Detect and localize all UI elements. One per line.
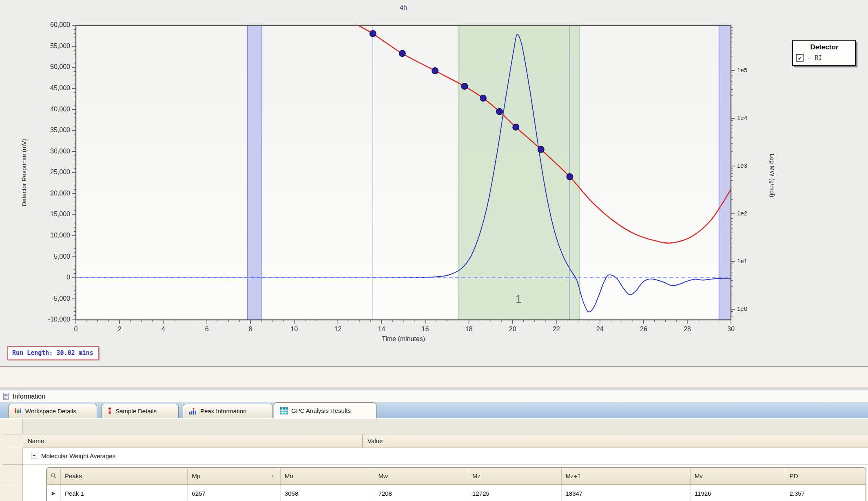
search-icon-cell[interactable] <box>47 468 61 484</box>
svg-text:15,000: 15,000 <box>50 211 70 217</box>
gpc-software-window: 4h160,00055,00050,00045,00040,00035,0003… <box>0 0 868 501</box>
svg-text:22: 22 <box>553 326 560 333</box>
calibration-point <box>513 124 519 130</box>
detector-legend: Detector ✔ - RI <box>792 40 856 66</box>
svg-text:12: 12 <box>334 326 342 333</box>
legend-item-ri[interactable]: ✔ - RI <box>796 54 852 62</box>
right-axis-title: Log MW (g/mol) <box>769 154 776 197</box>
cell-pd: 2.357 <box>785 485 866 501</box>
collapse-icon[interactable]: − <box>31 453 37 459</box>
svg-text:0: 0 <box>66 274 70 281</box>
svg-text:30,000: 30,000 <box>50 148 70 155</box>
integration-region <box>458 25 579 320</box>
cell-peak-name: Peak 1 <box>61 485 188 501</box>
svg-text:10: 10 <box>290 326 298 333</box>
column-header-value[interactable]: Value <box>362 434 868 448</box>
column-header-mv[interactable]: Mv <box>691 468 786 484</box>
tab-label: GPC Analysis Results <box>291 407 351 414</box>
svg-text:4: 4 <box>162 326 165 333</box>
panel-separator-strip <box>0 366 868 388</box>
tab-sample-details[interactable]: Sample Details <box>101 404 179 418</box>
cell-mw: 7208 <box>374 485 468 501</box>
tab-label: Peak Information <box>200 408 246 415</box>
search-icon <box>51 473 57 479</box>
x-axis-title: Time (minutes) <box>382 335 425 342</box>
exclusion-band <box>719 25 731 320</box>
svg-text:1e0: 1e0 <box>737 305 747 312</box>
integration-region-label: 1 <box>516 293 522 305</box>
svg-text:1e3: 1e3 <box>737 162 747 169</box>
peak-results-table: Peaks Mp↑ Mn Mw Mz Mz+1 Mv PD ▶ Peak 1 6… <box>46 467 866 501</box>
column-header-name[interactable]: Name <box>22 434 362 448</box>
row-gutter <box>0 419 23 501</box>
svg-text:-5,000: -5,000 <box>52 295 70 302</box>
svg-text:30: 30 <box>727 326 735 333</box>
tab-workspace-details[interactable]: Workspace Details <box>8 404 97 418</box>
svg-text:1e1: 1e1 <box>737 257 747 264</box>
svg-text:18: 18 <box>465 326 473 333</box>
svg-text:1e2: 1e2 <box>737 210 747 217</box>
calibration-point <box>432 68 438 74</box>
column-header-mz[interactable]: Mz <box>468 468 562 484</box>
column-header-mn[interactable]: Mn <box>281 468 374 484</box>
tab-gpc-analysis-results[interactable]: GPC Analysis Results <box>274 402 376 419</box>
peak-chart-icon <box>189 408 197 415</box>
svg-text:55,000: 55,000 <box>50 42 70 49</box>
column-header-mz1[interactable]: Mz+1 <box>562 468 691 484</box>
calibration-point <box>496 109 503 115</box>
svg-text:6: 6 <box>205 326 209 333</box>
svg-text:28: 28 <box>684 326 691 333</box>
legend-item-label: RI <box>815 54 822 62</box>
cell-mn: 3058 <box>281 485 374 501</box>
column-header-pd[interactable]: PD <box>785 468 866 484</box>
tab-strip: Workspace Details Sample Details Peak In… <box>0 402 868 419</box>
cell-mv: 11926 <box>691 485 786 501</box>
svg-text:1e4: 1e4 <box>737 114 747 121</box>
row-pointer-cell: ▶ <box>47 485 61 501</box>
svg-text:1e5: 1e5 <box>737 67 747 73</box>
document-icon <box>3 393 9 400</box>
tab-peak-information[interactable]: Peak Information <box>183 404 273 418</box>
column-header-mp[interactable]: Mp↑ <box>188 468 281 484</box>
cell-mp: 6257 <box>188 485 281 501</box>
cell-mz1: 18347 <box>562 485 691 501</box>
chart-title: 4h <box>400 4 407 11</box>
svg-text:35,000: 35,000 <box>50 126 70 133</box>
svg-text:2: 2 <box>118 326 122 333</box>
svg-text:26: 26 <box>640 326 647 333</box>
legend-title: Detector <box>796 43 852 51</box>
sort-ascending-icon: ↑ <box>271 473 274 479</box>
calibration-point <box>370 31 376 37</box>
sample-vial-icon <box>107 407 112 415</box>
svg-text:10,000: 10,000 <box>50 232 70 239</box>
svg-text:25,000: 25,000 <box>50 168 70 175</box>
svg-text:60,000: 60,000 <box>50 21 70 28</box>
calibration-point <box>461 83 467 89</box>
gpc-results-panel: Name Value − Molecular Weight Averages P… <box>0 418 868 501</box>
information-title: Information <box>13 393 45 400</box>
group-row-molecular-weight-averages[interactable]: − Molecular Weight Averages <box>23 448 868 465</box>
peak-table-header: Peaks Mp↑ Mn Mw Mz Mz+1 Mv PD <box>47 468 866 485</box>
svg-text:50,000: 50,000 <box>50 63 70 70</box>
tab-label: Workspace Details <box>25 408 76 415</box>
svg-text:20: 20 <box>509 326 516 333</box>
tab-label: Sample Details <box>115 408 157 415</box>
svg-text:8: 8 <box>249 326 252 333</box>
group-row-label: Molecular Weight Averages <box>41 448 115 464</box>
svg-text:16: 16 <box>422 326 429 333</box>
y-axis-title: Detector Response (mV) <box>20 139 27 206</box>
column-header-mw[interactable]: Mw <box>374 468 468 484</box>
peak-row[interactable]: ▶ Peak 1 6257 3058 7208 12725 18347 1192… <box>47 485 866 501</box>
ri-checkbox-checked-icon[interactable]: ✔ <box>796 54 804 62</box>
column-header-peaks[interactable]: Peaks <box>61 468 188 484</box>
workspace-icon <box>14 408 22 415</box>
calibration-point <box>480 95 486 101</box>
results-grid-icon <box>280 407 288 415</box>
calibration-point <box>399 51 405 57</box>
information-header: Information <box>0 391 868 402</box>
chromatogram-chart[interactable]: 4h160,00055,00050,00045,00040,00035,0003… <box>0 0 868 366</box>
svg-text:45,000: 45,000 <box>50 84 70 91</box>
svg-text:14: 14 <box>378 326 385 333</box>
svg-text:40,000: 40,000 <box>50 106 70 113</box>
exclusion-band <box>247 25 262 320</box>
